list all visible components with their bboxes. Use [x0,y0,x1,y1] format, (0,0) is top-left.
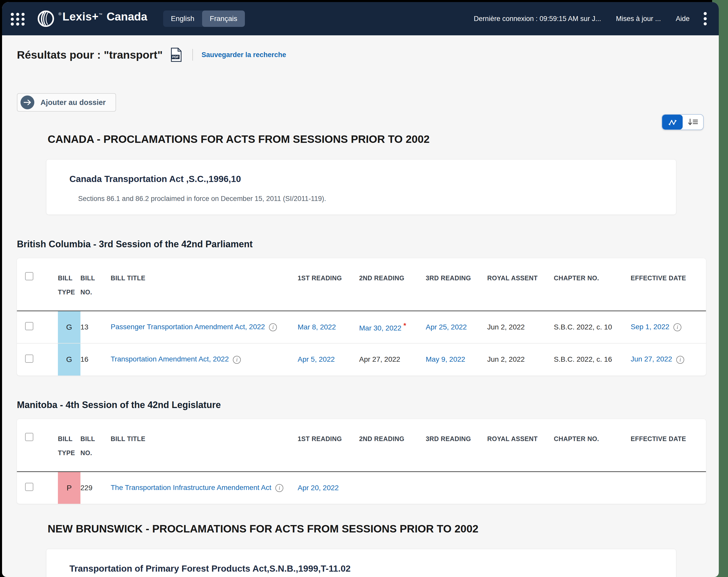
column-header-bill-no: BILL NO. [80,419,111,472]
sort-list-icon [688,118,698,126]
bill-type-badge: P [58,471,80,504]
act-card-nb: Transportation of Primary Forest Product… [46,549,676,577]
bill-no: 229 [80,471,111,504]
app-bar: ® Lexis+ ™ Canada English Français Derni… [2,2,719,35]
info-icon[interactable]: i [676,356,684,364]
view-toggle-sort[interactable] [683,115,703,130]
bill-title-link[interactable]: Passenger Transportation Amendment Act, … [111,323,265,331]
chapter-no: S.B.C. 2022, c. 10 [554,311,631,343]
table-header-row: BILL TYPE BILL NO. BILL TITLE 1ST READIN… [17,419,706,472]
table-row: G 16 Transportation Amendment Act, 2022i… [17,343,706,376]
select-all-checkbox[interactable] [25,272,33,280]
updates-menu-item[interactable]: Mises à jour ... [616,15,661,23]
table-row: G 13 Passenger Transportation Amendment … [17,311,706,343]
bills-table-bc: BILL TYPE BILL NO. BILL TITLE 1ST READIN… [17,258,706,376]
add-to-folder-button[interactable]: Ajouter au dossier [17,93,116,112]
chapter-no: S.B.C. 2022, c. 16 [554,343,631,376]
registered-mark: ® [58,12,61,17]
section-heading-nb: NEW BRUNSWICK - PROCLAMATIONS FOR ACTS F… [48,523,719,535]
column-header-bill-type: BILL TYPE [58,258,80,311]
royal-assent-date: Jun 2, 2022 [487,343,554,376]
arrow-circle-icon [21,95,34,109]
bill-no: 13 [80,311,111,343]
amended-asterisk: * [404,322,406,329]
reading-date-link[interactable]: Apr 5, 2022 [298,355,335,363]
overflow-menu-icon[interactable] [703,11,707,26]
bill-title-link[interactable]: Transportation Amendment Act, 2022 [111,355,229,363]
bill-type-badge: G [58,311,80,343]
column-header-bill-no: BILL NO. [80,258,111,311]
act-note: Sections 86.1 and 86.2 proclaimed in for… [78,195,666,203]
reading-date-link[interactable]: Mar 8, 2022 [298,323,336,331]
column-header-2nd-reading: 2ND READING [359,419,426,472]
lexis-logo-group[interactable]: ® Lexis+ ™ Canada [37,10,147,27]
lang-toggle-english[interactable]: English [163,10,202,27]
info-icon[interactable]: i [673,323,681,331]
reading-date-link[interactable]: Apr 25, 2022 [426,323,467,331]
column-header-royal-assent: ROYAL ASSENT [487,419,554,472]
reading-date-link[interactable]: Apr 20, 2022 [298,484,339,492]
section-heading-canada: CANADA - PROCLAMATIONS FOR ACTS FROM SES… [48,133,719,145]
help-menu-item[interactable]: Aide [676,15,690,23]
bill-type-badge: G [58,343,80,376]
row-checkbox[interactable] [25,355,33,363]
reading-date-link[interactable]: May 9, 2022 [426,355,465,363]
view-toggle-compare[interactable] [662,115,683,130]
royal-assent-date: Jun 2, 2022 [487,311,554,343]
column-header-bill-title: BILL TITLE [111,258,298,311]
select-all-checkbox[interactable] [25,433,33,441]
table-row: P 229 The Transportation Infrastructure … [17,471,706,504]
app-launcher-icon[interactable] [10,11,26,27]
info-icon[interactable]: i [269,323,277,331]
column-header-3rd-reading: 3RD READING [426,419,487,472]
row-checkbox[interactable] [25,322,33,330]
column-header-royal-assent: ROYAL ASSENT [487,258,554,311]
column-header-chapter-no: CHAPTER NO. [554,258,631,311]
last-login-text: Dernière connexion : 09:59:15 AM sur J..… [474,15,601,23]
save-search-link[interactable]: Sauvegarder la recherche [202,51,286,59]
swap-view-icon [668,118,677,126]
results-page: Résultats pour : "transport" PDF Sauvega… [2,48,719,577]
row-checkbox[interactable] [25,483,33,491]
trademark-mark: ™ [99,12,102,17]
act-card-canada: Canada Transportation Act ,S.C.,1996,10 … [46,159,676,215]
brand-region: Canada [107,10,147,23]
column-header-effective-date: EFFECTIVE DATE [631,419,706,472]
bill-no: 16 [80,343,111,376]
language-toggle: English Français [163,10,245,27]
app-window: ® Lexis+ ™ Canada English Français Derni… [2,2,719,577]
svg-text:PDF: PDF [172,55,179,59]
title-row: Résultats pour : "transport" PDF Sauvega… [17,48,719,62]
info-icon[interactable]: i [233,356,241,364]
divider [192,49,193,61]
column-header-1st-reading: 1ST READING [298,258,359,311]
act-title: Canada Transportation Act ,S.C.,1996,10 [70,174,666,184]
column-header-bill-title: BILL TITLE [111,419,298,472]
add-to-folder-label: Ajouter au dossier [41,98,106,107]
section-heading-bc: British Columbia - 3rd Session of the 42… [17,239,719,250]
lexisnexis-globe-icon [37,10,54,27]
reading-date: Apr 27, 2022 [359,343,426,376]
reading-date-link[interactable]: Mar 30, 2022 [359,324,401,332]
column-header-1st-reading: 1ST READING [298,419,359,472]
brand-title: ® Lexis+ ™ Canada [58,10,147,23]
table-header-row: BILL TYPE BILL NO. BILL TITLE 1ST READIN… [17,258,706,311]
act-title: Transportation of Primary Forest Product… [70,564,666,574]
page-title: Résultats pour : "transport" [17,49,163,61]
lang-toggle-francais[interactable]: Français [202,10,245,27]
column-header-chapter-no: CHAPTER NO. [554,419,631,472]
section-heading-mb: Manitoba - 4th Session of the 42nd Legis… [17,400,719,410]
column-header-bill-type: BILL TYPE [58,419,80,472]
effective-date-link[interactable]: Sep 1, 2022 [631,323,669,331]
column-header-2nd-reading: 2ND READING [359,258,426,311]
bill-title-link[interactable]: The Transportation Infrastructure Amende… [111,484,271,492]
pdf-export-icon[interactable]: PDF [170,48,182,62]
view-mode-toggle [662,114,704,130]
bills-table-mb: BILL TYPE BILL NO. BILL TITLE 1ST READIN… [17,419,706,504]
column-header-3rd-reading: 3RD READING [426,258,487,311]
brand-lexis: Lexis+ [62,10,99,23]
info-icon[interactable]: i [276,484,283,492]
effective-date-link[interactable]: Jun 27, 2022 [631,355,672,363]
column-header-effective-date: EFFECTIVE DATE [631,258,706,311]
